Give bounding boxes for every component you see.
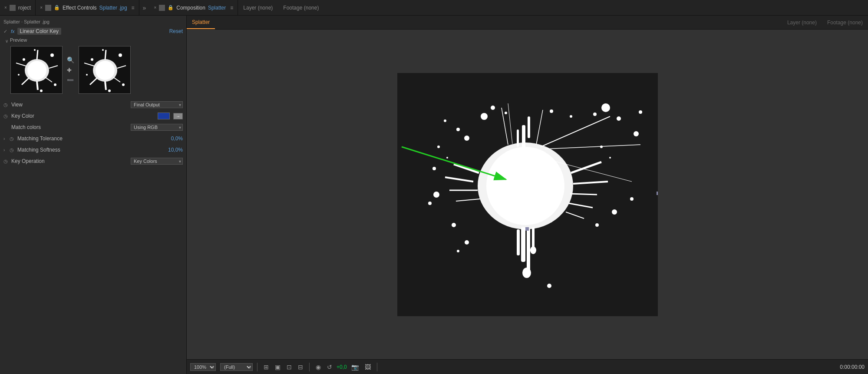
preview-section: ∨ Preview [0, 36, 186, 96]
key-color-arrow-btn[interactable]: → [173, 113, 183, 119]
snapshot-btn[interactable]: 📷 [350, 363, 360, 371]
svg-point-73 [457, 250, 459, 252]
composition-canvas [397, 73, 658, 316]
tolerance-stopwatch-icon[interactable]: ◷ [10, 136, 16, 142]
svg-point-58 [601, 103, 610, 112]
svg-point-9 [23, 58, 25, 61]
prop-matching-tolerance: › ◷ Matching Tolerance 0,0% [0, 133, 186, 144]
reset-button[interactable]: Reset [169, 28, 183, 34]
zoom-dropdown-wrapper: 100% 50% 200% [190, 363, 216, 371]
splatter-tab-label: Splatter [192, 19, 210, 25]
eyedropper-tool-btn[interactable]: 🔍 [67, 56, 74, 63]
svg-rect-40 [532, 227, 535, 249]
view-dropdown-wrapper: Final Output Source Only Matte Only [131, 101, 183, 108]
svg-point-60 [593, 113, 597, 116]
svg-point-25 [119, 53, 122, 57]
prop-key-color: ◷ Key Color → [0, 110, 186, 122]
thumbnail-tools-left [10, 46, 63, 94]
softness-label: Matching Softness [17, 147, 168, 153]
zoom-dropdown[interactable]: 100% 50% 200% [190, 363, 216, 371]
svg-point-65 [452, 223, 456, 227]
toolbar-sep-2 [309, 363, 310, 371]
quality-dropdown[interactable]: (Full) (Half) (Quarter) [220, 363, 253, 371]
effect-enabled-checkbox[interactable]: ✓ [3, 29, 7, 34]
svg-point-41 [530, 246, 536, 254]
comp-section-headers: Splatter Layer (none) Footage (none) [187, 16, 868, 30]
key-color-swatch[interactable] [158, 113, 170, 119]
composition-panel-tab[interactable]: × 🔒 Composition Splatter ≡ [149, 0, 238, 15]
right-area: Splatter Layer (none) Footage (none) [187, 16, 868, 374]
quality-dropdown-wrapper: (Full) (Half) (Quarter) [220, 363, 253, 371]
svg-point-64 [428, 202, 432, 205]
toggle-mask-btn[interactable]: ▣ [273, 363, 282, 371]
svg-point-14 [40, 89, 43, 92]
refresh-btn[interactable]: ↺ [325, 363, 334, 371]
svg-line-19 [105, 81, 106, 90]
softness-expand-icon[interactable]: › [3, 148, 8, 152]
effect-content: Splatter · Splatter .jpg ✓ fx Linear Col… [0, 16, 186, 374]
svg-point-66 [612, 209, 617, 215]
key-color-label: Key Color [11, 113, 158, 119]
tolerance-expand-icon[interactable]: › [3, 136, 8, 141]
softness-value[interactable]: 10,0% [168, 147, 183, 153]
svg-point-80 [547, 284, 551, 288]
fit-to-comp-btn[interactable]: ⊞ [262, 363, 271, 371]
svg-point-10 [50, 53, 54, 57]
expand-panels-btn[interactable]: » [139, 4, 150, 11]
svg-point-62 [639, 110, 642, 114]
composition-menu-icon[interactable]: ≡ [230, 5, 233, 11]
effect-controls-icon [45, 5, 51, 11]
svg-point-68 [491, 106, 495, 110]
composition-close-icon[interactable]: × [154, 5, 156, 10]
composition-lock-icon: 🔒 [168, 5, 174, 10]
splatter-comp-tab[interactable]: Splatter [187, 16, 215, 29]
bottom-toolbar: 100% 50% 200% (Full) (Half) (Quarter) ⊞ … [187, 359, 868, 374]
key-operation-stopwatch-icon[interactable]: ◷ [3, 159, 10, 164]
svg-point-72 [465, 240, 469, 245]
svg-point-67 [630, 197, 634, 201]
svg-point-38 [522, 268, 531, 278]
tolerance-label: Matching Tolerance [17, 136, 171, 142]
effect-controls-panel-tab[interactable]: × 🔒 Effect Controls Splatter .jpg ≡ [36, 0, 139, 15]
tolerance-value[interactable]: 0,0% [171, 136, 183, 142]
effect-controls-close-icon[interactable]: × [40, 5, 43, 10]
thumbnail-1-canvas [11, 46, 63, 94]
thumbnail-2[interactable] [79, 46, 131, 94]
match-colors-dropdown[interactable]: Using RGB Using Hue Using Chroma [131, 124, 183, 131]
project-icon [10, 5, 16, 11]
composition-name: Splatter [208, 5, 226, 11]
svg-line-4 [37, 81, 38, 90]
svg-rect-35 [517, 129, 519, 147]
layer-none-section: Layer (none) [238, 0, 278, 15]
view-dropdown[interactable]: Final Output Source Only Matte Only [131, 101, 183, 108]
project-panel-tab[interactable]: × roject [0, 0, 36, 15]
svg-point-63 [433, 192, 439, 198]
toggle-guides-btn[interactable]: ⊡ [285, 363, 294, 371]
svg-rect-37 [527, 228, 530, 272]
color-wheel-btn[interactable]: ◉ [314, 363, 323, 371]
svg-point-13 [34, 49, 36, 51]
show-snapshot-btn[interactable]: 🖼 [363, 363, 373, 371]
effect-controls-menu-icon[interactable]: ≡ [132, 5, 135, 11]
svg-rect-34 [528, 116, 530, 138]
svg-rect-84 [525, 227, 529, 231]
prop-match-colors: ◷ Match colors Using RGB Using Hue Using… [0, 122, 186, 133]
eyedropper-minus-btn[interactable]: ➖ [67, 77, 74, 83]
preview-header: ∨ Preview [3, 37, 183, 44]
footage-none-header: Footage (none) [822, 20, 868, 26]
thumbnail-1[interactable] [10, 46, 63, 94]
key-operation-dropdown[interactable]: Key Colors Keep Colors [131, 158, 183, 165]
svg-line-48 [570, 194, 597, 195]
softness-stopwatch-icon[interactable]: ◷ [10, 147, 16, 153]
svg-point-78 [609, 157, 611, 159]
view-stopwatch-icon[interactable]: ◷ [3, 102, 10, 108]
toggle-rulers-btn[interactable]: ⊟ [296, 363, 305, 371]
eyedropper-plus-btn[interactable]: ✚ [67, 67, 74, 73]
key-color-stopwatch-icon[interactable]: ◷ [3, 113, 10, 119]
svg-point-76 [432, 167, 436, 170]
project-close-icon[interactable]: × [4, 5, 7, 10]
preview-expand-icon[interactable]: ∨ [5, 39, 8, 43]
layer-none-header: Layer (none) [782, 20, 822, 26]
prop-key-operation: ◷ Key Operation Key Colors Keep Colors [0, 156, 186, 167]
svg-point-28 [102, 49, 104, 51]
